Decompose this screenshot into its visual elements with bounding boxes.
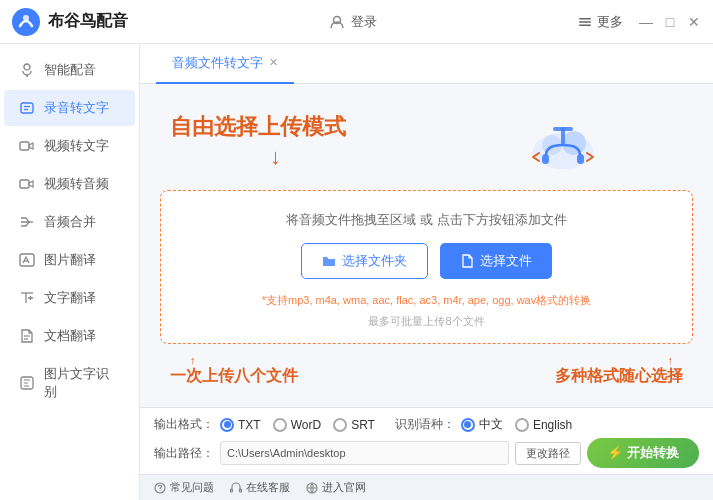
svg-rect-22 — [561, 127, 565, 145]
text-translate-icon — [18, 289, 36, 307]
sidebar-label-text-translate: 文字翻译 — [44, 289, 96, 307]
format-txt-label: TXT — [238, 418, 261, 432]
main-layout: 智能配音 录音转文字 视频转文字 视频转音频 音频合并 — [0, 44, 713, 500]
choose-file-button[interactable]: 选择文件 — [440, 243, 552, 279]
tab-bar: 音频文件转文字 ✕ — [140, 44, 713, 84]
content-area: 音频文件转文字 ✕ 自由选择上传模式 ↓ — [140, 44, 713, 500]
login-label: 登录 — [351, 13, 377, 31]
sidebar-label-image-translate: 图片翻译 — [44, 251, 96, 269]
upload-limit-text: 最多可批量上传8个文件 — [368, 314, 484, 329]
title-bar: 布谷鸟配音 登录 更多 — □ ✕ — [0, 0, 713, 44]
user-icon — [329, 14, 345, 30]
lang-en[interactable]: English — [515, 418, 572, 432]
radio-txt-dot — [220, 418, 234, 432]
app-brand: 布谷鸟配音 — [12, 8, 128, 36]
format-radio-group: TXT WorD SRT — [220, 418, 375, 432]
minimize-button[interactable]: — — [639, 15, 653, 29]
upload-section: 自由选择上传模式 ↓ — [140, 84, 713, 407]
svg-rect-23 — [542, 154, 549, 164]
file-btn-label: 选择文件 — [480, 252, 532, 270]
window-controls: — □ ✕ — [639, 15, 701, 29]
svg-point-20 — [562, 131, 586, 155]
service-icon — [230, 482, 242, 494]
svg-rect-4 — [579, 21, 591, 23]
svg-rect-3 — [579, 18, 591, 20]
start-convert-button[interactable]: ⚡ 开始转换 — [587, 438, 699, 468]
sidebar-label-ai-dub: 智能配音 — [44, 61, 96, 79]
file-icon — [460, 254, 474, 268]
login-button[interactable]: 登录 — [329, 13, 377, 31]
upload-drop-zone[interactable]: 将音频文件拖拽至区域 或 点击下方按钮添加文件 选择文件夹 选择文件 — [160, 190, 693, 344]
footer-tab-website-label: 进入官网 — [322, 480, 366, 495]
svg-point-1 — [23, 15, 29, 21]
footer-tab-service[interactable]: 在线客服 — [230, 480, 290, 495]
audio-text-icon — [18, 99, 36, 117]
sidebar-item-text-translate[interactable]: 文字翻译 — [4, 280, 135, 316]
ocr-icon — [18, 374, 36, 392]
annotation-text-1: 一次上传八个文件 — [170, 366, 298, 387]
footer-tab-faq[interactable]: 常见问题 — [154, 480, 214, 495]
sidebar-label-img-ocr: 图片文字识别 — [44, 365, 121, 401]
sidebar-item-img-ocr[interactable]: 图片文字识别 — [4, 356, 135, 410]
radio-zh-dot — [461, 418, 475, 432]
upload-hint-text: 自由选择上传模式 — [170, 112, 346, 142]
path-label: 输出路径： — [154, 445, 214, 462]
more-label: 更多 — [597, 13, 623, 31]
format-srt-label: SRT — [351, 418, 375, 432]
choose-folder-button[interactable]: 选择文件夹 — [301, 243, 428, 279]
website-icon — [306, 482, 318, 494]
path-row: 输出路径： 更改路径 ⚡ 开始转换 — [154, 438, 699, 468]
lang-zh[interactable]: 中文 — [461, 416, 503, 433]
tab-audio-to-text[interactable]: 音频文件转文字 ✕ — [156, 44, 294, 84]
svg-rect-12 — [20, 180, 29, 188]
sidebar-item-image-translate[interactable]: 图片翻译 — [4, 242, 135, 278]
illustration — [513, 104, 613, 184]
sidebar-item-video-to-audio[interactable]: 视频转音频 — [4, 166, 135, 202]
lang-en-label: English — [533, 418, 572, 432]
sidebar-item-doc-translate[interactable]: 文档翻译 — [4, 318, 135, 354]
path-input[interactable] — [220, 441, 509, 465]
output-format-label: 输出格式： — [154, 416, 214, 433]
tab-close-icon[interactable]: ✕ — [269, 56, 278, 69]
maximize-button[interactable]: □ — [663, 15, 677, 29]
app-title: 布谷鸟配音 — [48, 11, 128, 32]
lang-radio-group: 中文 English — [461, 416, 572, 433]
sidebar-label-audio-merge: 音频合并 — [44, 213, 96, 231]
bottom-bar: 输出格式： TXT WorD — [140, 407, 713, 474]
svg-point-26 — [160, 490, 161, 491]
sidebar-label-video-to-audio: 视频转音频 — [44, 175, 109, 193]
menu-icon — [577, 14, 593, 30]
svg-rect-24 — [577, 154, 584, 164]
sidebar-label-video-to-text: 视频转文字 — [44, 137, 109, 155]
more-button[interactable]: 更多 — [577, 13, 623, 31]
lang-row: 识别语种： 中文 English — [395, 416, 572, 433]
svg-rect-5 — [579, 24, 591, 26]
sidebar-item-audio-merge[interactable]: 音频合并 — [4, 204, 135, 240]
close-button[interactable]: ✕ — [687, 15, 701, 29]
path-change-button[interactable]: 更改路径 — [515, 442, 581, 465]
annotation-arrow-1: ↑ — [190, 354, 196, 366]
format-txt[interactable]: TXT — [220, 418, 261, 432]
lang-zh-label: 中文 — [479, 416, 503, 433]
footer-tabs: 常见问题 在线客服 进入官网 — [154, 480, 366, 495]
radio-word-dot — [273, 418, 287, 432]
video-audio-icon — [18, 175, 36, 193]
upload-buttons: 选择文件夹 选择文件 — [301, 243, 552, 279]
tab-label: 音频文件转文字 — [172, 54, 263, 72]
merge-icon — [18, 213, 36, 231]
hint-arrow: ↓ — [270, 144, 281, 170]
output-format-row: 输出格式： TXT WorD — [154, 416, 375, 433]
svg-rect-8 — [21, 103, 33, 113]
format-word[interactable]: WorD — [273, 418, 321, 432]
radio-srt-dot — [333, 418, 347, 432]
sidebar-item-record-to-text[interactable]: 录音转文字 — [4, 90, 135, 126]
lang-label: 识别语种： — [395, 416, 455, 433]
sidebar-item-video-to-text[interactable]: 视频转文字 — [4, 128, 135, 164]
footer-bar: 常见问题 在线客服 进入官网 — [140, 474, 713, 500]
title-right-controls: 更多 — □ ✕ — [577, 13, 701, 31]
format-srt[interactable]: SRT — [333, 418, 375, 432]
doc-translate-icon — [18, 327, 36, 345]
footer-tab-website[interactable]: 进入官网 — [306, 480, 366, 495]
sidebar-item-ai-dub[interactable]: 智能配音 — [4, 52, 135, 88]
annotation-text-2: 多种格式随心选择 — [555, 366, 683, 387]
